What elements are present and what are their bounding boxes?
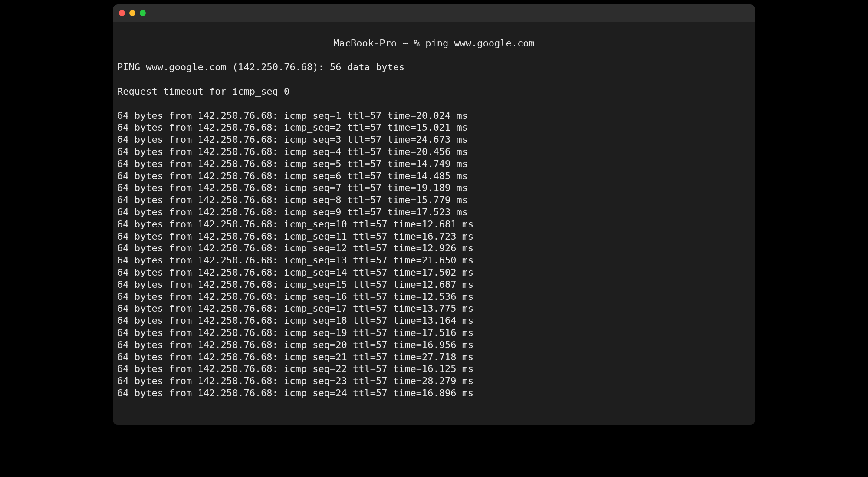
ping-reply: 64 bytes from 142.250.76.68: icmp_seq=1 …	[117, 110, 751, 122]
prompt-symbol: %	[414, 38, 420, 49]
prompt-line: MacBook-Pro ~ % ping www.google.com	[117, 37, 751, 49]
ping-reply: 64 bytes from 142.250.76.68: icmp_seq=13…	[117, 254, 751, 266]
ping-reply: 64 bytes from 142.250.76.68: icmp_seq=9 …	[117, 206, 751, 218]
ping-timeout: Request timeout for icmp_seq 0	[117, 86, 751, 98]
terminal-body[interactable]: MacBook-Pro ~ % ping www.google.com PING…	[113, 22, 755, 425]
ping-reply: 64 bytes from 142.250.76.68: icmp_seq=2 …	[117, 122, 751, 134]
ping-reply: 64 bytes from 142.250.76.68: icmp_seq=11…	[117, 230, 751, 243]
ping-reply: 64 bytes from 142.250.76.68: icmp_seq=23…	[117, 375, 751, 387]
ping-reply: 64 bytes from 142.250.76.68: icmp_seq=20…	[117, 339, 751, 351]
ping-reply: 64 bytes from 142.250.76.68: icmp_seq=3 …	[117, 134, 751, 146]
ping-reply: 64 bytes from 142.250.76.68: icmp_seq=24…	[117, 387, 751, 399]
ping-reply: 64 bytes from 142.250.76.68: icmp_seq=12…	[117, 242, 751, 254]
ping-header: PING www.google.com (142.250.76.68): 56 …	[117, 61, 751, 73]
ping-reply: 64 bytes from 142.250.76.68: icmp_seq=16…	[117, 291, 751, 303]
ping-reply: 64 bytes from 142.250.76.68: icmp_seq=10…	[117, 218, 751, 230]
ping-reply: 64 bytes from 142.250.76.68: icmp_seq=15…	[117, 279, 751, 291]
maximize-icon[interactable]	[140, 10, 146, 16]
ping-reply: 64 bytes from 142.250.76.68: icmp_seq=17…	[117, 303, 751, 315]
close-icon[interactable]	[119, 10, 125, 16]
prompt-cwd: ~	[402, 38, 408, 49]
titlebar[interactable]	[113, 4, 755, 22]
ping-reply: 64 bytes from 142.250.76.68: icmp_seq=6 …	[117, 170, 751, 182]
ping-reply: 64 bytes from 142.250.76.68: icmp_seq=5 …	[117, 158, 751, 170]
ping-reply: 64 bytes from 142.250.76.68: icmp_seq=4 …	[117, 146, 751, 158]
prompt-host: MacBook-Pro	[333, 38, 397, 49]
minimize-icon[interactable]	[129, 10, 135, 16]
ping-reply: 64 bytes from 142.250.76.68: icmp_seq=18…	[117, 315, 751, 327]
ping-reply: 64 bytes from 142.250.76.68: icmp_seq=7 …	[117, 182, 751, 194]
ping-reply: 64 bytes from 142.250.76.68: icmp_seq=22…	[117, 363, 751, 375]
terminal-window: MacBook-Pro ~ % ping www.google.com PING…	[113, 4, 755, 425]
ping-reply: 64 bytes from 142.250.76.68: icmp_seq=14…	[117, 266, 751, 279]
ping-reply: 64 bytes from 142.250.76.68: icmp_seq=8 …	[117, 194, 751, 206]
prompt-command: ping www.google.com	[425, 38, 535, 49]
ping-reply: 64 bytes from 142.250.76.68: icmp_seq=19…	[117, 327, 751, 339]
ping-reply: 64 bytes from 142.250.76.68: icmp_seq=21…	[117, 351, 751, 363]
